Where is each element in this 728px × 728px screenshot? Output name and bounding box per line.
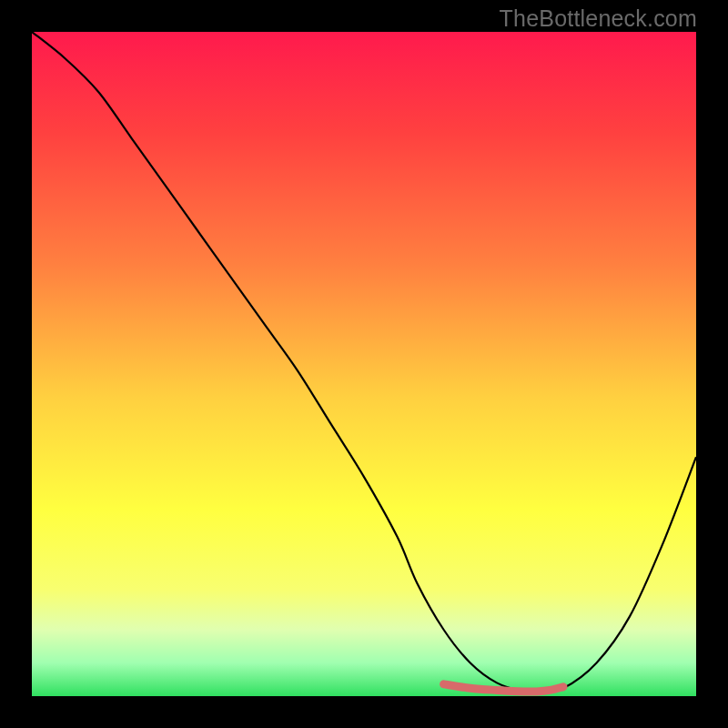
bottleneck-chart bbox=[32, 32, 696, 696]
watermark-label: TheBottleneck.com bbox=[500, 5, 697, 32]
gradient-background bbox=[32, 32, 696, 696]
chart-frame bbox=[32, 32, 696, 696]
